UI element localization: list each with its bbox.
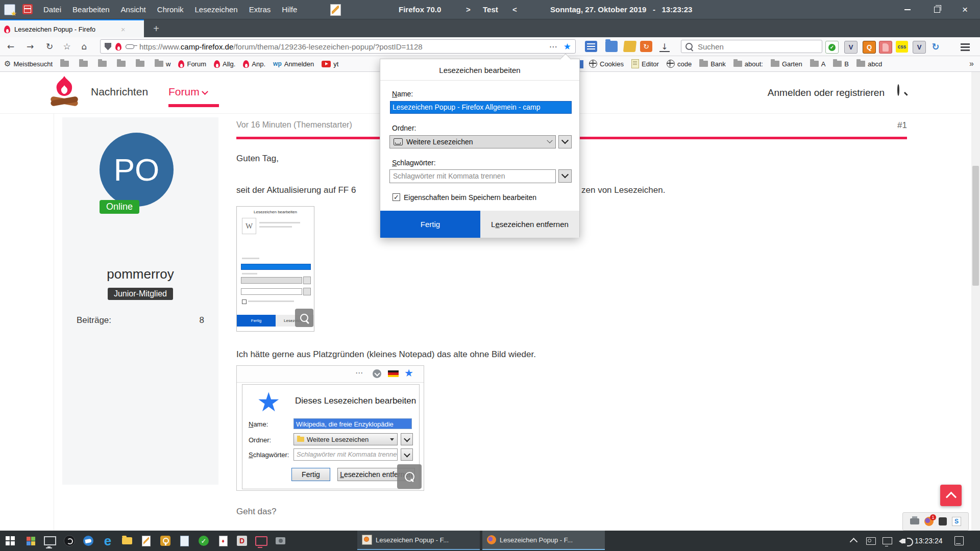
bookmark-allg[interactable]: Allg. [214, 60, 235, 68]
taskbar-antivirus-icon[interactable]: ✓ [193, 531, 214, 551]
bookmark-about[interactable]: about: [733, 60, 763, 68]
camp-firefox-logo[interactable] [47, 75, 81, 110]
nav-nachrichten[interactable]: Nachrichten [91, 86, 148, 98]
taskbar-red-monitor-icon[interactable] [251, 531, 272, 551]
bookmark-folder-2[interactable] [79, 61, 90, 67]
taskbar-edge-icon[interactable]: e [97, 531, 118, 551]
taskbar-snipping-icon[interactable] [270, 531, 290, 551]
pencil-icon[interactable] [330, 4, 341, 16]
url-text[interactable]: https://www.camp-firefox.de/forum/thema/… [139, 42, 543, 51]
q-addon-icon[interactable]: Q [863, 41, 876, 54]
zoom-magnifier-icon[interactable] [397, 464, 422, 489]
script-addon-icon[interactable] [879, 41, 892, 54]
menu-hilfe[interactable]: Hilfe [276, 0, 303, 19]
zoom-magnifier-icon[interactable] [295, 309, 313, 327]
menu-ansicht[interactable]: Ansicht [115, 0, 152, 19]
tags-input[interactable]: Schlagwörter mit Kommata trennen [389, 169, 556, 183]
login-register-link[interactable]: Anmelden oder registrieren [768, 87, 885, 98]
avatar[interactable]: PO [100, 133, 174, 207]
calendar-addon-icon[interactable]: ✓ [825, 41, 839, 54]
menu-hamburger-icon[interactable] [961, 43, 970, 45]
edit-on-save-checkbox[interactable]: ✓ [393, 193, 400, 201]
reload-button[interactable]: ↻ [42, 37, 57, 56]
bookmark-bank[interactable]: Bank [699, 60, 726, 68]
sidebar-toggle-icon[interactable] [585, 41, 597, 52]
firefox-update-tray-icon[interactable]: 1 [924, 517, 934, 526]
tags-expand-button[interactable] [558, 169, 572, 183]
bookmark-cookies[interactable]: Cookies [589, 60, 624, 68]
menu-datei[interactable]: Datei [38, 0, 67, 19]
tray-network-icon[interactable] [880, 531, 894, 551]
v2-addon-icon[interactable]: V [913, 41, 926, 54]
new-tab-button[interactable]: + [148, 19, 164, 38]
bookmark-b[interactable]: B [833, 60, 849, 68]
taskbar-display-icon[interactable] [40, 531, 60, 551]
sync-arrows-icon[interactable]: ↻ [929, 41, 942, 53]
bookmark-folder-w[interactable]: w [155, 60, 170, 68]
tray-photos-icon[interactable] [864, 531, 878, 551]
table-app-icon[interactable] [22, 4, 33, 14]
dark-app-tray-icon[interactable] [939, 517, 947, 525]
bookmark-app-icon[interactable]: ★ [4, 4, 15, 15]
bookmark-anp[interactable]: Anp. [243, 60, 265, 68]
tracking-shield-icon[interactable] [105, 43, 111, 51]
name-input[interactable]: Lesezeichen Popup - Firefox Allgemein - … [390, 101, 572, 114]
minimize-button[interactable] [896, 0, 919, 19]
taskbar-notes-icon[interactable] [136, 531, 156, 551]
bookmark-folder-1[interactable] [60, 61, 71, 67]
taskbar-thunderbird-icon[interactable] [78, 531, 99, 551]
bookmark-code[interactable]: code [667, 60, 692, 68]
bookmark-star-icon[interactable]: ★ [564, 41, 571, 52]
bookmark-abcd[interactable]: abcd [856, 60, 882, 68]
menu-extras[interactable]: Extras [243, 0, 277, 19]
url-bar[interactable]: https://www.camp-firefox.de/forum/thema/… [100, 39, 576, 54]
taskbar-keepass-icon[interactable] [155, 531, 176, 551]
home-button[interactable]: ⌂ [77, 37, 92, 56]
taskbar-classic-menu-icon[interactable] [20, 531, 41, 551]
bookmark-meistbesucht[interactable]: ⚙Meistbesucht [4, 59, 53, 68]
bookmark-folder-3[interactable] [98, 61, 109, 67]
username[interactable]: pommerroy [62, 266, 218, 282]
tray-volume-icon[interactable] [895, 531, 912, 551]
nav-forum[interactable]: Forum [168, 86, 207, 98]
bookmark-folder-5[interactable] [136, 61, 147, 67]
menu-bearbeiten[interactable]: Bearbeiten [67, 0, 115, 19]
page-scrollbar[interactable] [971, 72, 980, 531]
sync-addon-icon[interactable]: ↻ [640, 41, 652, 52]
post-number[interactable]: #1 [897, 120, 907, 131]
start-button[interactable] [0, 531, 20, 551]
folder-expand-button[interactable] [558, 135, 572, 148]
menu-lesezeichen[interactable]: Lesezeichen [189, 0, 243, 19]
restore-button[interactable] [925, 0, 948, 19]
taskbar-cards-icon[interactable]: ♦ [213, 531, 233, 551]
forum-search-button[interactable] [897, 85, 911, 98]
search-input[interactable] [697, 42, 801, 52]
bookmark-anmelden[interactable]: wpAnmelden [273, 60, 314, 68]
attachment-screenshot-2[interactable]: ⋯ ★ ★ Dieses Lesezeichen bearbeiten Name… [236, 365, 424, 491]
download-icon[interactable]: ↓ [659, 42, 670, 52]
tray-show-hidden-icons[interactable] [846, 531, 861, 551]
scrollbar-thumb[interactable] [972, 166, 979, 286]
s-app-tray-icon[interactable]: S [952, 517, 961, 526]
printer-tray-icon[interactable] [910, 518, 919, 524]
remove-bookmark-button[interactable]: Lesezeichen entfernen [480, 211, 579, 238]
taskbar-clock[interactable]: 13:23:24 [915, 531, 943, 551]
saved-login-key-icon[interactable] [126, 44, 134, 49]
taskbar-notepad-icon[interactable] [174, 531, 194, 551]
forward-button[interactable]: → [22, 37, 38, 56]
bookmark-folder-4[interactable] [117, 61, 128, 67]
attachment-thumbnail-1[interactable]: Lesezeichen bearbeiten W Fertig Lesezeic… [236, 206, 314, 332]
bookmark-yt[interactable]: yt [322, 60, 338, 68]
bookmark-forum[interactable]: Forum [178, 60, 206, 68]
action-center-icon[interactable] [950, 531, 968, 551]
close-button[interactable]: × [953, 0, 976, 19]
menu-chronik[interactable]: Chronik [152, 0, 189, 19]
bookmark-garten[interactable]: Garten [771, 60, 802, 68]
bookmarks-folder-icon[interactable] [605, 41, 618, 52]
v-addon-icon[interactable]: V [844, 41, 857, 54]
page-actions-icon[interactable]: ⋯ [549, 42, 557, 52]
folder-select[interactable]: Weitere Lesezeichen [389, 135, 556, 148]
quick-bookmark-button[interactable]: ☆ [59, 37, 75, 56]
tab-lesezeichen-popup[interactable]: Lesezeichen Popup - Firefo × [0, 19, 144, 38]
taskbar-window-1[interactable]: Lesezeichen Popup - F... [357, 531, 480, 550]
